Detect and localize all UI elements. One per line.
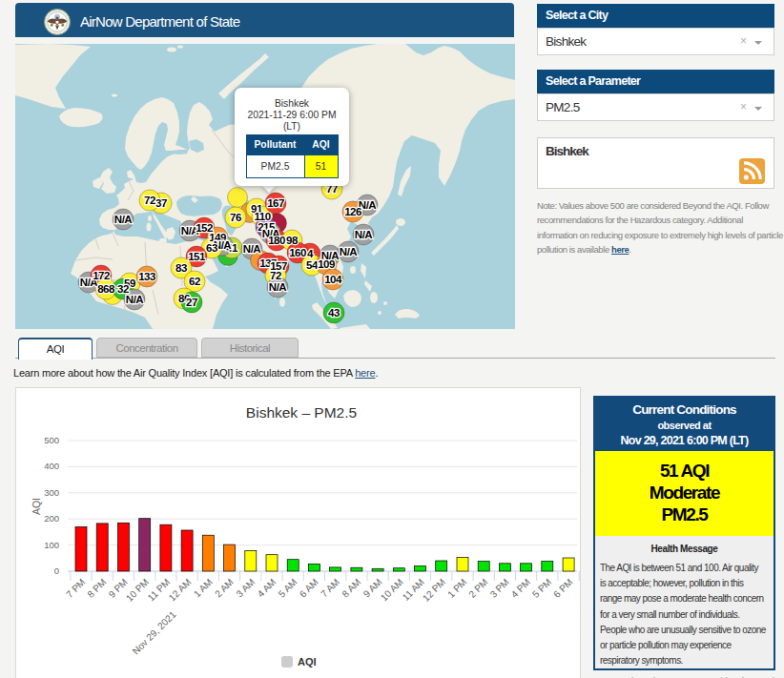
svg-text:37: 37 (155, 197, 167, 209)
svg-text:1 AM: 1 AM (192, 577, 215, 600)
svg-text:AQI: AQI (31, 498, 42, 515)
svg-text:76: 76 (230, 212, 241, 223)
svg-text:AQI: AQI (298, 656, 317, 668)
svg-text:72: 72 (144, 195, 155, 206)
svg-text:N/A: N/A (340, 246, 358, 257)
svg-text:6 PM: 6 PM (551, 577, 574, 600)
svg-text:62: 62 (189, 276, 200, 287)
svg-text:54: 54 (306, 259, 319, 271)
svg-text:126: 126 (344, 206, 361, 217)
svg-text:Nov 29, 2021: Nov 29, 2021 (131, 608, 178, 656)
svg-text:172: 172 (93, 270, 110, 281)
svg-text:11 PM: 11 PM (146, 577, 173, 604)
svg-text:109: 109 (318, 258, 335, 270)
svg-text:N/A: N/A (269, 281, 287, 293)
svg-text:N/A: N/A (355, 229, 373, 240)
svg-text:1 PM: 1 PM (445, 577, 468, 600)
svg-text:83: 83 (175, 262, 187, 274)
svg-text:300: 300 (44, 487, 59, 498)
svg-text:0: 0 (54, 565, 59, 576)
svg-text:6 AM: 6 AM (298, 577, 320, 600)
svg-text:N/A: N/A (243, 243, 261, 255)
svg-text:10 PM: 10 PM (124, 577, 151, 604)
svg-text:3 AM: 3 AM (234, 577, 257, 600)
svg-text:5 PM: 5 PM (530, 577, 553, 600)
svg-text:43: 43 (328, 307, 340, 318)
svg-text:104: 104 (324, 274, 342, 285)
svg-text:N/A: N/A (114, 214, 133, 225)
svg-text:12 PM: 12 PM (421, 577, 447, 604)
svg-text:4 AM: 4 AM (256, 577, 279, 600)
svg-text:8 PM: 8 PM (85, 577, 108, 600)
svg-text:12 AM: 12 AM (167, 577, 194, 604)
svg-text:8 AM: 8 AM (340, 577, 362, 600)
svg-text:2 PM: 2 PM (466, 577, 489, 600)
svg-text:N/A: N/A (126, 294, 144, 305)
svg-text:3 PM: 3 PM (488, 577, 511, 600)
svg-text:5 AM: 5 AM (277, 577, 299, 600)
svg-text:868: 868 (97, 283, 115, 295)
svg-text:Bishkek – PM2.5: Bishkek – PM2.5 (246, 404, 357, 421)
svg-text:200: 200 (44, 513, 59, 524)
svg-text:160: 160 (289, 247, 306, 258)
svg-text:400: 400 (44, 461, 59, 471)
svg-text:98: 98 (286, 235, 299, 246)
svg-text:4 PM: 4 PM (509, 577, 532, 600)
svg-text:63: 63 (206, 242, 217, 254)
svg-text:180: 180 (268, 235, 285, 246)
svg-text:2 AM: 2 AM (213, 577, 236, 600)
svg-text:151: 151 (188, 251, 206, 262)
svg-text:72: 72 (270, 270, 281, 281)
svg-text:500: 500 (44, 435, 59, 445)
svg-text:133: 133 (138, 271, 155, 282)
svg-text:27: 27 (186, 297, 197, 308)
svg-text:10 AM: 10 AM (379, 577, 405, 604)
svg-text:7 AM: 7 AM (319, 577, 341, 600)
svg-text:100: 100 (44, 540, 59, 550)
svg-text:167: 167 (267, 197, 284, 209)
svg-text:7 PM: 7 PM (64, 577, 87, 600)
